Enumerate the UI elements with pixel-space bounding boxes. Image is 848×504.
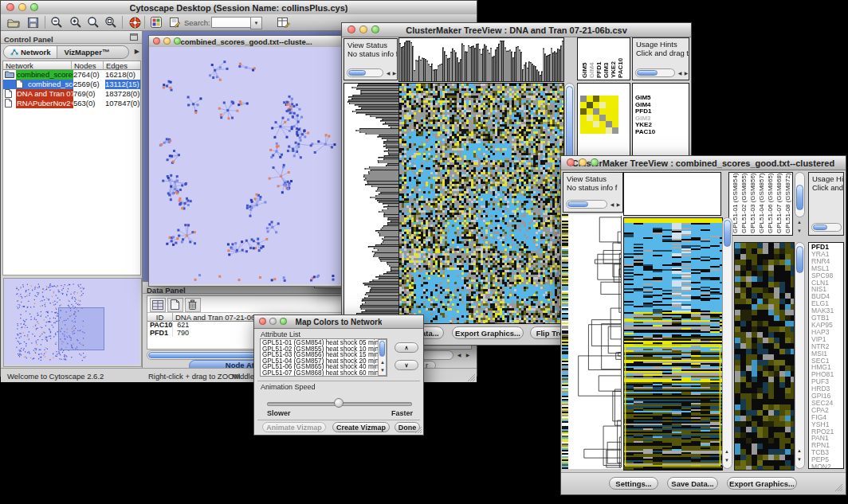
network-row[interactable]: RNAPuberNov2+1563(0)107847(0) (3, 99, 140, 108)
close-button[interactable] (6, 3, 14, 11)
resize-grip[interactable] (466, 373, 476, 382)
delete-attribute-button[interactable] (185, 298, 201, 312)
similarity-matrix[interactable] (580, 96, 618, 134)
scroll-thumb[interactable] (813, 225, 827, 230)
scroll-thumb[interactable] (724, 220, 731, 247)
close-button[interactable] (153, 37, 160, 45)
scroll-thumb[interactable] (379, 341, 385, 357)
main-title-bar[interactable]: Cytoscape Desktop (Session Name: collins… (1, 1, 477, 15)
attribute-table-button[interactable] (276, 15, 292, 29)
tv1-heatmap[interactable] (398, 83, 564, 324)
close-button[interactable] (567, 158, 575, 166)
animation-slider[interactable] (267, 397, 410, 408)
zoom-button[interactable] (591, 158, 599, 166)
tv1-status-scrollbar[interactable] (347, 68, 383, 77)
minimize-button[interactable] (163, 37, 171, 45)
scroll-down-arrow[interactable]: ▼ (795, 457, 803, 462)
move-down-button[interactable]: ∨ (395, 360, 418, 370)
tab-vizmapper[interactable]: VizMapper™ (57, 46, 116, 58)
tv2-settings-button[interactable]: Settings... (609, 477, 658, 490)
tv2-heatmap[interactable] (623, 217, 723, 471)
scroll-thumb[interactable] (796, 185, 803, 210)
treeview2-titlebar[interactable]: ClusterMaker TreeView : combined_scores_… (561, 156, 846, 170)
scroll-up-arrow[interactable]: ▲ (795, 448, 803, 453)
col-edges[interactable]: Edges (104, 61, 140, 70)
scroll-thumb[interactable] (348, 70, 366, 76)
tv2-gene-label[interactable]: MON2 (811, 463, 843, 469)
tv1-hints-scrollbar[interactable] (635, 68, 675, 77)
slider-thumb[interactable] (334, 398, 344, 408)
tv2-column-tree-area[interactable] (623, 172, 721, 216)
tv1-row-label[interactable]: PAC10 (635, 129, 689, 136)
float-panel-icon[interactable] (130, 33, 138, 41)
tv2-hints-scrollbar[interactable] (811, 223, 842, 232)
treeview1-titlebar[interactable]: ClusterMaker TreeView : DNA and Tran 07-… (342, 23, 691, 37)
zoom-button[interactable] (174, 37, 181, 45)
scroll-down-arrow[interactable]: ▼ (379, 368, 387, 373)
scroll-up-arrow[interactable]: ▲ (723, 449, 731, 454)
network-row[interactable]: DNA and Tran 07769(0)183728(0) (3, 89, 140, 99)
scroll-down-arrow[interactable]: ▼ (723, 458, 731, 463)
scroll-right-arrow[interactable]: ▶ (391, 71, 398, 76)
tab-network[interactable]: Network (4, 46, 57, 58)
tv2-export-graphics-button[interactable]: Export Graphics... (727, 477, 797, 490)
birdseye-canvas[interactable] (4, 279, 139, 365)
tv2-row-dendrogram[interactable] (568, 214, 623, 469)
network-row[interactable]: combined_sco2569(6)13112(15) (3, 80, 140, 89)
attribute-list[interactable]: GPL51-01 (GSM854) heat shock 05 minGPL51… (260, 338, 387, 377)
scroll-right-arrow[interactable]: ▶ (464, 353, 472, 357)
resize-grip[interactable] (414, 426, 422, 434)
vizmapper-button[interactable] (148, 15, 164, 29)
save-button[interactable] (25, 15, 41, 29)
network-canvas-1[interactable] (149, 47, 342, 284)
scroll-thumb[interactable] (796, 246, 803, 273)
zoom-button[interactable] (280, 318, 287, 325)
scroll-right-arrow[interactable]: ▶ (614, 202, 622, 207)
scroll-thumb[interactable] (637, 70, 658, 76)
scroll-left-arrow[interactable]: ◀ (455, 353, 463, 357)
dialog-titlebar[interactable]: Map Colors to Network (254, 315, 423, 329)
col-network[interactable]: Network (3, 61, 72, 70)
col-nodes[interactable]: Nodes (72, 61, 104, 70)
open-file-button[interactable] (6, 15, 22, 29)
tv2-save-data-button[interactable]: Save Data... (667, 477, 718, 490)
search-dropdown-button[interactable]: ▼ (250, 17, 262, 29)
scroll-right-arrow[interactable]: ▶ (682, 71, 689, 76)
annotation-button[interactable] (167, 15, 183, 29)
network-window-1-titlebar[interactable]: combined_scores_good.txt--cluste... (149, 36, 344, 48)
move-up-button[interactable]: ∧ (395, 342, 418, 353)
resize-grip[interactable] (834, 483, 843, 492)
tv2-zoom-panel[interactable] (734, 242, 795, 471)
search-input[interactable] (211, 17, 251, 28)
scroll-down-arrow[interactable]: ▼ (795, 229, 803, 233)
minimize-button[interactable] (269, 318, 277, 325)
minimize-button[interactable] (579, 158, 587, 166)
tv1-column-dendrogram[interactable] (398, 37, 564, 82)
network-row[interactable]: combined_scores2764(0)16218(0) (3, 70, 140, 80)
tv1-export-graphics-button[interactable]: Export Graphics... (452, 326, 524, 339)
scroll-up-arrow[interactable]: ▲ (795, 220, 803, 225)
zoom-fit-button[interactable] (103, 15, 119, 29)
tv2-heatmap-vscrollbar[interactable] (722, 217, 732, 469)
tv2-overview-strip[interactable] (562, 214, 568, 469)
tv2-gene-list[interactable]: PFD1YRA1RNR4MSL1SPC98CLN1NIS1BUD4ELG1MAK… (808, 242, 844, 469)
tv2-status-scrollbar[interactable] (566, 200, 607, 209)
attribute-list-item[interactable]: GPL51-07 (GSM868) heat shock 60 min (262, 370, 385, 377)
minimize-button[interactable] (359, 25, 367, 33)
animate-vizmap-button[interactable]: Animate Vizmap (262, 422, 326, 432)
close-button[interactable] (259, 318, 266, 325)
help-button[interactable] (127, 15, 143, 29)
scroll-thumb[interactable] (567, 201, 588, 207)
zoom-button[interactable] (371, 25, 379, 33)
tv2-labels-vscrollbar[interactable] (795, 172, 805, 217)
zoom-button[interactable] (30, 3, 38, 11)
scroll-up-arrow[interactable]: ▲ (379, 360, 387, 365)
tv2-gene-vscrollbar[interactable] (795, 242, 805, 469)
tv1-row-dendrogram[interactable] (344, 83, 399, 324)
tabs-overflow-arrow[interactable]: ▶ (135, 48, 139, 55)
zoom-selected-button[interactable] (85, 15, 101, 29)
birdseye-panel[interactable] (3, 278, 142, 367)
close-button[interactable] (347, 25, 355, 33)
create-vizmap-button[interactable]: Create Vizmap (332, 422, 390, 432)
minimize-button[interactable] (18, 3, 26, 11)
